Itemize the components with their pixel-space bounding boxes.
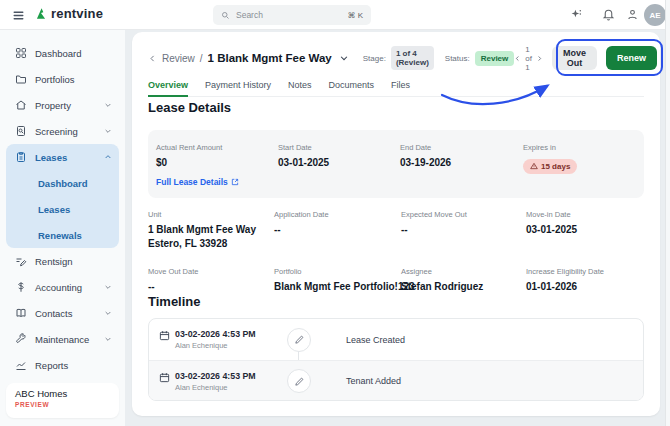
lease-details-heading: Lease Details xyxy=(148,100,231,115)
workspace-switcher[interactable]: ABC Homes PREVIEW xyxy=(6,383,119,418)
stage-badge: 1 of 4 (Review) xyxy=(391,46,434,70)
dashboard-icon xyxy=(15,47,27,59)
tab-files[interactable]: Files xyxy=(391,80,410,96)
search-placeholder: Search xyxy=(236,10,341,20)
status-badge: Review xyxy=(475,51,515,66)
page-scrollbar[interactable] xyxy=(665,0,670,426)
tab-overview[interactable]: Overview xyxy=(148,80,188,97)
status-label: Status: xyxy=(445,54,470,63)
pager-count: 1 of 1 xyxy=(525,45,532,72)
sidebar-subitem-dashboard[interactable]: Dashboard xyxy=(6,170,119,196)
breadcrumb-review-link[interactable]: Review xyxy=(162,53,195,64)
external-link-icon xyxy=(231,178,239,186)
edit-pencil-icon[interactable] xyxy=(287,369,311,393)
sidebar: Dashboard Portfolios Property Screening … xyxy=(0,30,125,426)
contacts-book-icon xyxy=(15,307,27,319)
chevron-down-icon xyxy=(104,283,112,291)
search-shortcut: ⌘ K xyxy=(347,11,363,20)
sidebar-item-property[interactable]: Property xyxy=(6,92,119,118)
portfolios-folder-icon xyxy=(15,73,27,85)
top-bar: rentvine Search ⌘ K AE xyxy=(0,0,670,30)
timeline-event-tenant-added: 03-02-2026 4:53 PM Alan Echenique Tenant… xyxy=(149,360,643,401)
notifications-bell-icon[interactable] xyxy=(602,8,615,21)
timeline-list: 03-02-2026 4:53 PM Alan Echenique Lease … xyxy=(148,318,644,401)
expected-move-out-field: Expected Move Out -- xyxy=(401,210,526,250)
chevron-left-icon[interactable] xyxy=(148,54,157,63)
search-icon xyxy=(221,11,230,20)
tab-payment-history[interactable]: Payment History xyxy=(205,80,271,96)
chevron-down-icon[interactable] xyxy=(339,53,349,63)
renew-button[interactable]: Renew xyxy=(606,46,657,70)
screening-doc-search-icon xyxy=(15,125,27,137)
lease-fields-grid: Unit 1 Blank Mgmt Fee Way Estero, FL 339… xyxy=(148,210,644,294)
pager-next-icon[interactable] xyxy=(536,55,543,62)
sidebar-subitem-renewals[interactable]: Renewals xyxy=(6,222,119,248)
timeline-event-lease-created: 03-02-2026 4:53 PM Alan Echenique Lease … xyxy=(149,319,643,360)
tab-notes[interactable]: Notes xyxy=(288,80,312,96)
stage-label: Stage: xyxy=(363,54,386,63)
sidebar-item-screening[interactable]: Screening xyxy=(6,118,119,144)
calendar-icon xyxy=(159,330,170,341)
profile-person-icon[interactable] xyxy=(626,8,639,21)
stage-status-meta: Stage: 1 of 4 (Review) Status: Review xyxy=(363,46,515,70)
sidebar-item-maintenance[interactable]: Maintenance xyxy=(6,326,119,352)
sidebar-item-contacts[interactable]: Contacts xyxy=(6,300,119,326)
sidebar-item-rentsign[interactable]: Rentsign xyxy=(6,248,119,274)
rent-field: Actual Rent Amount $0 Full Lease Details xyxy=(156,143,278,198)
lease-detail-card: Review / 1 Blank Mgmt Fee Way Stage: 1 o… xyxy=(132,32,660,416)
increase-eligibility-field: Increase Eligibility Date 01-01-2026 xyxy=(526,267,644,294)
application-date-field: Application Date -- xyxy=(274,210,401,250)
search-input[interactable]: Search ⌘ K xyxy=(213,5,371,25)
expires-field: Expires in 15 days xyxy=(523,143,636,198)
workspace-name: ABC Homes xyxy=(15,388,110,399)
edit-pencil-icon[interactable] xyxy=(287,328,311,352)
sidebar-leases-group: Leases Dashboard Leases Renewals xyxy=(6,144,119,248)
tab-documents[interactable]: Documents xyxy=(329,80,375,96)
lease-header: Review / 1 Blank Mgmt Fee Way Stage: 1 o… xyxy=(148,44,655,72)
menu-icon[interactable] xyxy=(12,9,25,22)
maintenance-wrench-icon xyxy=(15,333,27,345)
end-date-field: End Date 03-19-2026 xyxy=(400,143,523,198)
ai-assistant-icon[interactable] xyxy=(570,8,583,21)
sidebar-item-portfolios[interactable]: Portfolios xyxy=(6,66,119,92)
leases-clipboard-icon xyxy=(15,151,27,163)
record-pager: 1 of 1 xyxy=(514,45,543,72)
sidebar-subitem-leases[interactable]: Leases xyxy=(6,196,119,222)
chevron-down-icon xyxy=(104,309,112,317)
rentsign-signature-icon xyxy=(15,255,27,267)
rentvine-logo-icon xyxy=(34,6,48,21)
breadcrumb-separator: / xyxy=(200,53,203,64)
portfolio-field: Portfolio Blank Mgmt Fee Portfolio!123 xyxy=(274,267,401,294)
sidebar-item-accounting[interactable]: Accounting xyxy=(6,274,119,300)
expires-warning-badge: 15 days xyxy=(523,159,577,174)
chevron-down-icon xyxy=(104,127,112,135)
full-lease-details-link[interactable]: Full Lease Details xyxy=(156,177,278,187)
chevron-down-icon xyxy=(104,335,112,343)
move-out-button[interactable]: Move Out xyxy=(552,46,597,70)
unit-field: Unit 1 Blank Mgmt Fee Way Estero, FL 339… xyxy=(148,210,274,250)
timeline-heading: Timeline xyxy=(148,294,201,309)
reports-chart-icon xyxy=(15,359,27,371)
sidebar-item-leases[interactable]: Leases xyxy=(6,144,119,170)
lease-summary-panel: Actual Rent Amount $0 Full Lease Details… xyxy=(148,130,644,198)
sidebar-item-dashboard[interactable]: Dashboard xyxy=(6,40,119,66)
calendar-icon xyxy=(159,372,170,383)
chevron-down-icon xyxy=(104,101,112,109)
header-actions: 1 of 1 Move Out Renew xyxy=(514,45,657,72)
assignee-field: Assignee Stefan Rodriguez xyxy=(401,267,526,294)
sidebar-item-reports[interactable]: Reports xyxy=(6,352,119,378)
lease-tabs: Overview Payment History Notes Documents… xyxy=(148,80,644,97)
warning-icon xyxy=(530,162,538,170)
start-date-field: Start Date 03-01-2025 xyxy=(278,143,400,198)
workspace-preview-badge: PREVIEW xyxy=(15,401,110,408)
brand-name: rentvine xyxy=(51,6,103,21)
move-out-date-field: Move Out Date -- xyxy=(148,267,274,294)
user-avatar[interactable]: AE xyxy=(644,4,666,26)
property-house-icon xyxy=(15,99,27,111)
accounting-dollar-icon xyxy=(15,281,27,293)
move-in-date-field: Move-in Date 03-01-2025 xyxy=(526,210,644,250)
pager-prev-icon[interactable] xyxy=(514,55,521,62)
lease-title: 1 Blank Mgmt Fee Way xyxy=(208,52,332,64)
rentvine-logo[interactable]: rentvine xyxy=(34,6,103,21)
breadcrumb: Review / 1 Blank Mgmt Fee Way xyxy=(148,52,349,64)
